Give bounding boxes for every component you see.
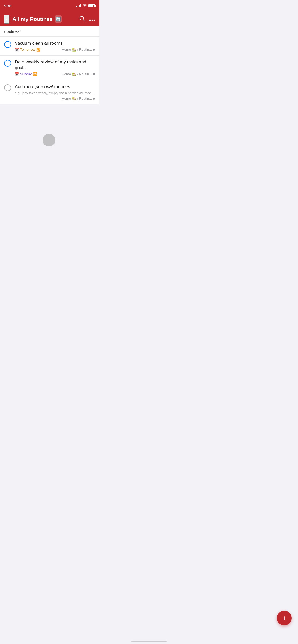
task-project-row-3: Home 🏡 / Routin...	[15, 96, 95, 100]
task-project-text-3: Home 🏡 / Routin...	[62, 96, 92, 100]
more-button[interactable]	[89, 16, 95, 22]
wifi-icon	[83, 4, 87, 8]
task-checkbox-3[interactable]	[4, 84, 11, 91]
nav-bar: ‹ All my Routines 🔄	[0, 12, 99, 26]
task-project-dot-3	[93, 98, 95, 100]
calendar-icon-2: 📅	[15, 72, 19, 76]
recur-icon-2: 🔁	[33, 72, 37, 76]
task-project-dot-2	[93, 73, 95, 75]
task-item-2: Do a weekly review of my tasks and goals…	[0, 56, 99, 80]
task-date-label-1: Tomorrow	[20, 48, 35, 52]
task-checkbox-2[interactable]	[4, 60, 11, 67]
nav-title: All my Routines 🔄	[12, 15, 76, 23]
task-item-1: Vacuum clean all rooms 📅 Tomorrow 🔁 Home…	[0, 37, 99, 56]
status-time: 9:41	[4, 4, 12, 8]
task-meta-1: 📅 Tomorrow 🔁 Home 🏡 / Routin...	[15, 48, 95, 52]
task-list: Vacuum clean all rooms 📅 Tomorrow 🔁 Home…	[0, 37, 99, 104]
task-project-2: Home 🏡 / Routin...	[62, 72, 95, 76]
recur-icon-1: 🔁	[36, 48, 40, 52]
breadcrumb-text: /routines*	[4, 29, 21, 34]
status-icons	[76, 4, 95, 8]
task-project-3: Home 🏡 / Routin...	[62, 96, 95, 100]
task-content-1: Vacuum clean all rooms 📅 Tomorrow 🔁 Home…	[15, 40, 95, 52]
status-bar: 9:41	[0, 0, 99, 12]
task-item-3: Add more personal routines e.g.: pay tax…	[0, 80, 99, 104]
calendar-icon-1: 📅	[15, 48, 19, 52]
nav-actions	[79, 16, 95, 23]
task-title-1: Vacuum clean all rooms	[15, 40, 95, 46]
task-project-text-2: Home 🏡 / Routin...	[62, 72, 92, 76]
svg-text:🔄: 🔄	[56, 17, 61, 22]
task-project-1: Home 🏡 / Routin...	[62, 48, 95, 52]
task-title-3: Add more personal routines	[15, 84, 95, 90]
svg-point-4	[89, 19, 91, 21]
touch-cursor	[43, 134, 55, 146]
task-checkbox-1[interactable]	[4, 41, 11, 48]
nav-title-text: All my Routines	[12, 16, 52, 22]
task-note-3: e.g.: pay taxes yearly, empty the bins w…	[15, 91, 95, 95]
search-button[interactable]	[79, 16, 85, 23]
task-content-2: Do a weekly review of my tasks and goals…	[15, 59, 95, 76]
task-project-text-1: Home 🏡 / Routin...	[62, 48, 92, 52]
task-title-2: Do a weekly review of my tasks and goals	[15, 59, 95, 71]
svg-line-3	[83, 20, 85, 21]
back-button[interactable]: ‹	[4, 15, 9, 24]
signal-icon	[76, 4, 81, 7]
battery-icon	[88, 4, 95, 7]
task-date-2[interactable]: 📅 Sunday 🔁	[15, 72, 37, 76]
task-meta-2: 📅 Sunday 🔁 Home 🏡 / Routin...	[15, 72, 95, 76]
task-project-dot-1	[93, 49, 95, 51]
nav-title-icon: 🔄	[55, 15, 62, 23]
task-date-label-2: Sunday	[20, 72, 32, 76]
task-content-3: Add more personal routines e.g.: pay tax…	[15, 84, 95, 100]
svg-point-6	[94, 19, 95, 21]
task-date-1[interactable]: 📅 Tomorrow 🔁	[15, 48, 40, 52]
svg-point-5	[92, 19, 93, 21]
breadcrumb: /routines*	[0, 26, 99, 37]
